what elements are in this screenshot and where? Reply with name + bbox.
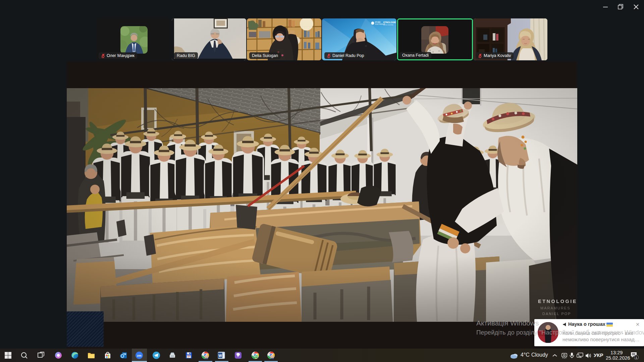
svg-text:W: W (218, 354, 222, 358)
svg-text:zm: zm (137, 354, 141, 357)
svg-text:1: 1 (635, 356, 637, 359)
svg-text:BAIA MARE: BAIA MARE (383, 24, 393, 26)
svg-text:DANIEL POP: DANIEL POP (542, 312, 571, 316)
svg-text:MARAMURES: MARAMURES (540, 306, 571, 310)
svg-text:ETNOLOGIE: ETNOLOGIE (383, 21, 396, 23)
svg-text:ETNOLOGIE: ETNOLOGIE (538, 299, 577, 304)
